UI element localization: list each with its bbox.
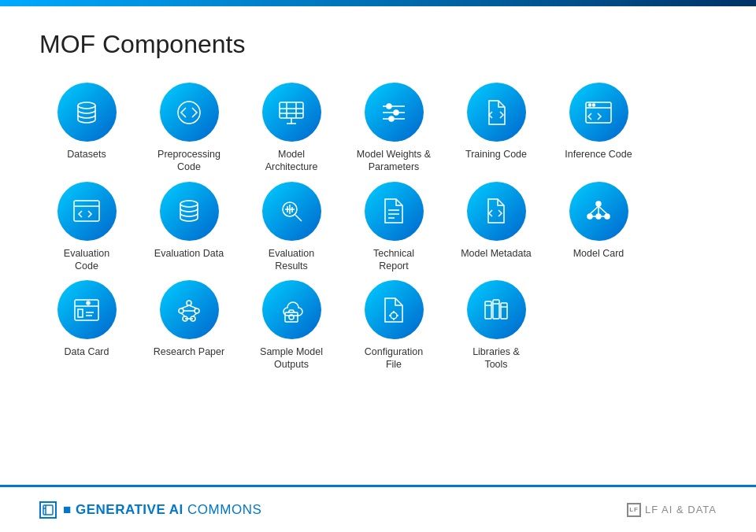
icon-configuration-file	[365, 280, 424, 339]
label-technical-report: TechnicalReport	[373, 247, 414, 273]
svg-rect-70	[43, 505, 53, 515]
svg-line-36	[598, 206, 607, 214]
label-sample-model-outputs: Sample ModelOutputs	[260, 345, 323, 371]
icon-training-code	[467, 83, 526, 142]
logo-generative: ■	[63, 502, 76, 517]
label-model-card: Model Card	[573, 247, 624, 260]
page-content: MOF Components Datasets PreprocessingCod…	[0, 6, 756, 387]
icon-inference-code	[569, 83, 628, 142]
component-libraries-tools: Libraries &Tools	[449, 280, 543, 371]
svg-rect-42	[78, 309, 83, 317]
grid-row-1: EvaluationCode Evaluation Data Evaluatio…	[39, 182, 717, 273]
icon-evaluation-data	[160, 182, 219, 241]
component-evaluation-data: Evaluation Data	[142, 182, 236, 260]
svg-point-13	[394, 110, 398, 115]
icon-research-paper	[160, 280, 219, 339]
svg-point-12	[387, 104, 391, 109]
svg-point-21	[180, 201, 198, 207]
component-model-metadata: Model Metadata	[449, 182, 543, 260]
grid-row-2: Data Card Research Paper Sample ModelOut…	[39, 280, 717, 371]
icon-datasets	[57, 83, 117, 142]
label-preprocessing-code: PreprocessingCode	[158, 148, 220, 174]
component-model-card: Model Card	[551, 182, 646, 260]
label-evaluation-results: EvaluationResults	[269, 247, 314, 273]
lf-text: LF AI & DATA	[645, 504, 717, 515]
label-model-weights: Model Weights &Parameters	[357, 148, 431, 174]
label-evaluation-code: EvaluationCode	[64, 247, 109, 273]
svg-point-0	[78, 102, 95, 109]
label-datasets: Datasets	[67, 148, 106, 161]
icon-evaluation-code	[57, 182, 117, 241]
svg-line-54	[193, 313, 197, 316]
grid-row-0: Datasets PreprocessingCode ModelArchitec…	[39, 83, 717, 174]
svg-line-51	[181, 305, 189, 308]
icon-model-weights	[365, 83, 424, 142]
bottom-bar: ■ GENERATIVE AI COMMONS LF LF AI & DATA	[0, 485, 756, 532]
svg-rect-65	[493, 300, 499, 319]
icon-libraries-tools	[467, 280, 526, 339]
label-evaluation-data: Evaluation Data	[154, 247, 224, 260]
label-research-paper: Research Paper	[154, 345, 224, 358]
logo-text: ■ GENERATIVE AI COMMONS	[63, 502, 261, 518]
label-training-code: Training Code	[465, 148, 527, 161]
icon-technical-report	[365, 182, 424, 241]
svg-point-45	[87, 301, 90, 305]
component-inference-code: Inference Code	[551, 83, 646, 161]
label-inference-code: Inference Code	[565, 148, 632, 161]
svg-line-35	[590, 206, 598, 214]
lf-icon: LF	[627, 503, 641, 517]
svg-line-23	[295, 215, 302, 221]
component-model-weights: Model Weights &Parameters	[346, 83, 441, 174]
svg-rect-66	[501, 303, 507, 319]
label-libraries-tools: Libraries &Tools	[472, 345, 520, 371]
logo-bold: GENERATIVE AI	[76, 502, 183, 517]
icon-sample-model-outputs	[262, 280, 321, 339]
icon-model-card	[569, 182, 628, 241]
svg-point-59	[391, 312, 397, 319]
component-sample-model-outputs: Sample ModelOutputs	[244, 280, 339, 371]
svg-rect-57	[285, 312, 298, 322]
component-evaluation-code: EvaluationCode	[39, 182, 134, 273]
top-gradient-bar	[0, 0, 756, 6]
components-grid: Datasets PreprocessingCode ModelArchitec…	[39, 83, 717, 371]
component-research-paper: Research Paper	[142, 280, 236, 358]
component-evaluation-results: EvaluationResults	[244, 182, 339, 273]
component-model-architecture: ModelArchitecture	[244, 83, 339, 174]
icon-model-metadata	[467, 182, 526, 241]
svg-line-52	[189, 305, 197, 308]
component-training-code: Training Code	[449, 83, 543, 161]
svg-point-17	[589, 104, 591, 106]
logo-right: LF LF AI & DATA	[627, 503, 717, 517]
svg-point-14	[389, 116, 394, 121]
icon-preprocessing-code	[160, 83, 219, 142]
component-data-card: Data Card	[39, 280, 134, 358]
svg-line-53	[181, 313, 185, 316]
logo-icon-box	[39, 501, 57, 519]
label-configuration-file: ConfigurationFile	[365, 345, 423, 371]
component-datasets: Datasets	[39, 83, 134, 161]
component-preprocessing-code: PreprocessingCode	[142, 83, 236, 174]
label-model-architecture: ModelArchitecture	[265, 148, 318, 174]
component-technical-report: TechnicalReport	[346, 182, 441, 273]
svg-rect-19	[74, 201, 99, 221]
label-model-metadata: Model Metadata	[461, 247, 532, 260]
logo-left: ■ GENERATIVE AI COMMONS	[39, 501, 261, 519]
icon-data-card	[57, 280, 117, 339]
svg-point-31	[596, 201, 601, 206]
icon-evaluation-results	[262, 182, 321, 241]
component-configuration-file: ConfigurationFile	[346, 280, 441, 371]
label-data-card: Data Card	[65, 345, 109, 358]
svg-rect-2	[280, 102, 303, 118]
svg-point-18	[593, 104, 595, 106]
svg-rect-64	[485, 301, 491, 319]
page-title: MOF Components	[39, 30, 717, 59]
icon-model-architecture	[262, 83, 321, 142]
svg-point-46	[187, 301, 191, 305]
